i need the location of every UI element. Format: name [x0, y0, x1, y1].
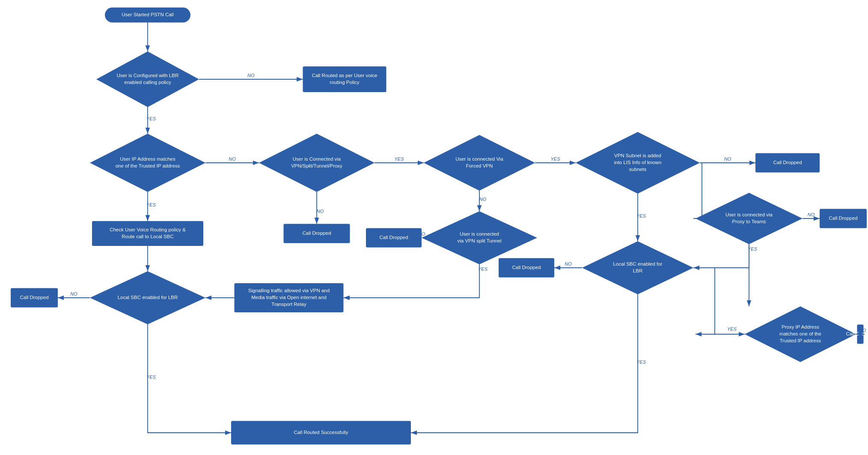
svg-rect-6	[303, 66, 386, 92]
svg-text:YES: YES	[146, 374, 156, 380]
svg-text:NO: NO	[229, 156, 236, 162]
svg-text:YES: YES	[727, 326, 737, 332]
svg-text:YES: YES	[636, 359, 646, 365]
svg-text:Local SBC enabled for LBR: Local SBC enabled for LBR	[118, 295, 178, 300]
svg-marker-9	[90, 134, 205, 192]
svg-text:NO: NO	[70, 291, 77, 296]
svg-text:NO: NO	[418, 231, 425, 236]
svg-text:User Started PSTN Call: User Started PSTN Call	[122, 12, 173, 17]
svg-text:Proxy IP Addressmatches one of: Proxy IP Addressmatches one of theTruste…	[779, 324, 821, 343]
svg-marker-49	[582, 241, 693, 294]
svg-text:Call Routed Successfully: Call Routed Successfully	[294, 430, 348, 435]
svg-text:YES: YES	[478, 266, 488, 272]
svg-text:NO: NO	[808, 212, 815, 217]
svg-text:YES: YES	[636, 213, 646, 219]
svg-text:Call Dropped: Call Dropped	[379, 235, 408, 240]
svg-marker-33	[422, 211, 537, 264]
svg-text:YES: YES	[394, 156, 404, 162]
svg-marker-3	[96, 51, 199, 107]
svg-text:Call Dropped: Call Dropped	[512, 265, 541, 270]
svg-marker-24	[424, 135, 535, 191]
svg-marker-56	[696, 193, 803, 244]
svg-rect-13	[92, 221, 203, 246]
svg-text:YES: YES	[550, 156, 560, 162]
svg-text:NO: NO	[317, 209, 324, 214]
svg-text:YES: YES	[146, 116, 156, 121]
svg-text:Call Dropped: Call Dropped	[773, 160, 802, 165]
svg-text:YES: YES	[146, 202, 156, 207]
svg-text:NO: NO	[247, 73, 255, 78]
svg-text:Call Dropped: Call Dropped	[302, 230, 331, 236]
svg-text:NO: NO	[859, 328, 866, 333]
svg-text:NO: NO	[565, 261, 572, 266]
svg-text:Call Dropped: Call Dropped	[829, 216, 857, 221]
diagram-container: User Started PSTN CallUser is Configured…	[0, 0, 868, 455]
svg-marker-17	[259, 134, 375, 192]
svg-text:NO: NO	[724, 156, 731, 162]
svg-text:NO: NO	[479, 197, 487, 202]
svg-text:Call Dropped: Call Dropped	[20, 295, 48, 300]
